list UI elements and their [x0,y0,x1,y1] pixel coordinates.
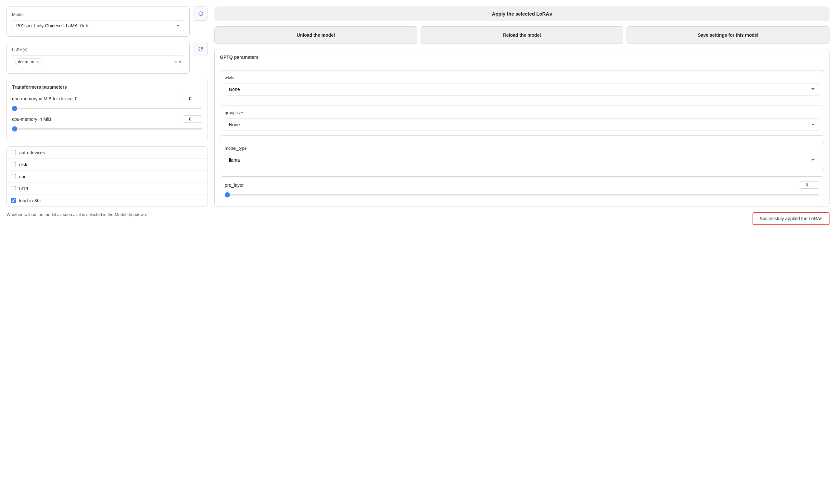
cpu-label: cpu [19,174,26,179]
disk-row: disk [7,159,208,171]
wbits-param-block: wbits None 2 3 4 8 [220,70,824,100]
lora-dropdown-icon: ▾ [179,59,181,65]
cpu-memory-slider[interactable] [12,128,202,130]
lora-clear-button[interactable]: ✕ ▾ [174,59,181,65]
cpu-memory-param: cpu-memory in MiB [12,115,202,131]
groupsize-label: groupsize [225,111,819,115]
model-type-select[interactable]: llama opt gpt-j [225,154,819,166]
save-settings-button[interactable]: Save settings for this model [627,26,830,44]
load-in-8bit-checkbox[interactable] [11,198,16,203]
bf16-label: bf16 [19,186,28,191]
bf16-checkbox[interactable] [11,186,16,191]
unload-model-button[interactable]: Unload the model [214,26,417,44]
reload-model-button[interactable]: Reload the model [421,26,624,44]
model-label: Model [12,12,184,17]
lora-refresh-button[interactable] [194,42,208,56]
disk-label: disk [19,162,27,167]
lora-clear-x-icon: ✕ [174,59,178,65]
gpu-memory-param: gpu-memory in MiB for device :0 [12,95,202,110]
model-refresh-button[interactable] [194,6,208,21]
gpu-memory-label: gpu-memory in MiB for device :0 [12,96,78,101]
disk-checkbox[interactable] [11,162,16,167]
checkboxes-card: auto-devices disk cpu bf16 load-in-8bit [6,147,208,207]
model-type-param-block: model_type llama opt gpt-j [220,141,824,171]
transformers-params-section: Transformers parameters gpu-memory in Mi… [6,79,208,141]
bf16-row: bf16 [7,183,208,195]
model-type-label: model_type [225,146,819,151]
lora-tag: dcard_m ✕ [15,58,42,65]
gpu-memory-slider[interactable] [12,108,202,109]
lora-tag-close-icon[interactable]: ✕ [36,60,40,64]
wbits-label: wbits [225,75,819,80]
gpu-memory-input[interactable] [183,95,202,102]
lora-input-area[interactable]: dcard_m ✕ ✕ ▾ [12,56,184,68]
cpu-row: cpu [7,171,208,183]
gptq-params-section: GPTQ parameters wbits None 2 3 4 8 group… [214,49,830,207]
auto-devices-checkbox[interactable] [11,150,16,155]
load-in-8bit-row: load-in-8bit [7,195,208,207]
cpu-memory-input[interactable] [183,115,202,123]
groupsize-select[interactable]: None 32 64 128 1024 [225,118,819,131]
groupsize-param-block: groupsize None 32 64 128 1024 [220,105,824,136]
lora-label: LoRA(s) [12,47,184,52]
lora-tag-name: dcard_m [18,59,34,64]
cpu-checkbox[interactable] [11,174,16,179]
auto-devices-row: auto-devices [7,147,208,159]
success-badge: Successfuly applied the LoRAs [753,212,830,225]
pre-layer-param-block: pre_layer [220,176,824,201]
bottom-hint: Whether to load the model as soon as it … [6,212,208,217]
apply-loras-bar: Apply the selected LoRAs [214,6,830,21]
pre-layer-label: pre_layer [225,182,244,188]
auto-devices-label: auto-devices [19,150,45,155]
load-in-8bit-label: load-in-8bit [19,198,42,203]
gptq-params-title: GPTQ parameters [220,55,824,60]
cpu-memory-label: cpu-memory in MiB [12,117,51,122]
transformers-params-title: Transformers parameters [12,84,202,90]
wbits-select[interactable]: None 2 3 4 8 [225,83,819,95]
pre-layer-input[interactable] [800,181,819,189]
model-select[interactable]: P01son_Linly-Chinese-LLaMA-7b-hf [12,20,184,31]
pre-layer-slider[interactable] [225,194,819,195]
action-buttons: Unload the model Reload the model Save s… [214,26,830,44]
